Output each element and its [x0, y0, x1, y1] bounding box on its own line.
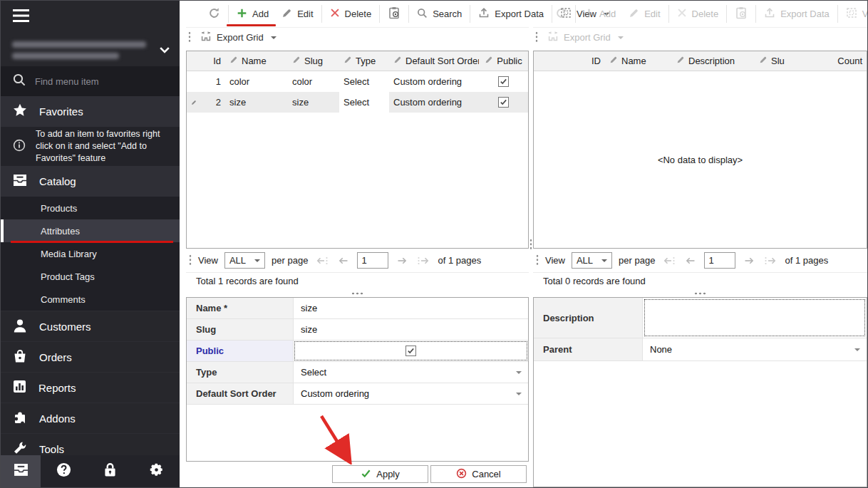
refresh-button[interactable]	[202, 3, 227, 26]
public-checkbox[interactable]	[498, 76, 509, 87]
cancel-button[interactable]: Cancel	[430, 465, 527, 483]
hamburger-button[interactable]	[1, 1, 180, 33]
next-page-button[interactable]	[742, 256, 756, 266]
public-checkbox[interactable]	[405, 346, 416, 356]
drag-handle-icon[interactable]	[536, 254, 539, 266]
redacted-account-info[interactable]	[1, 33, 180, 66]
toolbar-separator	[470, 5, 470, 23]
column-header-count[interactable]: Count	[792, 56, 867, 66]
column-header-slug[interactable]: Slu	[755, 56, 792, 66]
column-label: Description	[688, 56, 735, 66]
sidebar-item-attributes[interactable]: Attributes	[1, 219, 180, 242]
last-page-button[interactable]	[415, 256, 431, 266]
preview-button[interactable]	[381, 2, 407, 26]
sidebar-item-media-library[interactable]: Media Library	[1, 242, 180, 265]
view-dropdown-button[interactable]: View	[839, 3, 868, 25]
cell-type-editor[interactable]: Select	[339, 92, 389, 113]
delete-button[interactable]: Delete	[324, 4, 378, 24]
column-header-id[interactable]: ID	[534, 56, 605, 66]
export-data-label: Export Data	[780, 9, 830, 19]
column-header-slug[interactable]: Slug	[288, 56, 339, 66]
prev-page-button[interactable]	[336, 256, 351, 266]
name-field[interactable]: size	[294, 298, 528, 318]
export-grid-button[interactable]: Export Grid	[544, 29, 626, 46]
menu-search-input[interactable]	[35, 76, 156, 87]
first-page-button[interactable]	[314, 256, 330, 266]
apply-button[interactable]: Apply	[332, 465, 428, 483]
orders-icon	[13, 349, 27, 365]
delete-button[interactable]: Delete	[671, 4, 725, 24]
of-pages-label: of 1 pages	[785, 255, 828, 266]
public-field[interactable]	[294, 341, 528, 361]
column-header-name[interactable]: Name	[605, 56, 672, 66]
export-grid-button[interactable]: Export Grid	[197, 29, 279, 46]
drag-handle-icon[interactable]	[189, 254, 192, 266]
edit-button[interactable]: Edit	[622, 4, 666, 25]
grid-header-row: ID Name Description Slu Count	[534, 51, 867, 71]
sort-select[interactable]: Custom ordering	[294, 383, 528, 404]
cell-public	[479, 76, 528, 87]
sidebar-item-comments[interactable]: Comments	[1, 288, 180, 311]
attributes-grid: Id Name Slug Type Default Sort Order Pub…	[186, 51, 529, 249]
sidebar-item-orders[interactable]: Orders	[1, 341, 180, 372]
table-row[interactable]: 1 color color Select Custom ordering	[187, 71, 528, 92]
sidebar-item-products[interactable]: Products	[1, 197, 180, 219]
bottom-help-button[interactable]	[41, 455, 87, 487]
type-select[interactable]: Select	[294, 362, 528, 383]
preview-button[interactable]	[728, 2, 754, 26]
red-underline-annotation	[11, 241, 173, 243]
column-header-name[interactable]: Name	[225, 56, 288, 66]
attribute-values-grid: ID Name Description Slu Count <No data t…	[533, 51, 867, 249]
bottom-settings-button[interactable]	[133, 455, 180, 487]
page-number-input[interactable]	[357, 252, 388, 269]
attributes-pager: View ALL per page of 1 pages	[186, 249, 529, 273]
search-button[interactable]: Search	[410, 4, 468, 25]
column-header-public[interactable]: Public	[479, 56, 528, 66]
drag-handle-icon[interactable]	[188, 31, 191, 43]
sidebar-section-favorites[interactable]: Favorites	[1, 96, 180, 127]
description-textarea[interactable]	[644, 298, 866, 337]
cell-id: 1	[201, 76, 225, 87]
add-button[interactable]: Add	[577, 4, 622, 25]
add-button[interactable]: Add	[230, 4, 275, 25]
add-label: Add	[599, 9, 616, 19]
toolbar-separator	[668, 5, 669, 23]
parent-select[interactable]: None	[643, 338, 867, 360]
column-header-sort[interactable]: Default Sort Order	[389, 56, 479, 66]
sidebar-item-product-tags[interactable]: Product Tags	[1, 265, 180, 288]
page-size-select[interactable]: ALL	[224, 252, 265, 269]
bottom-lock-button[interactable]	[87, 455, 133, 487]
table-row-selected[interactable]: 2 size size Select Custom ordering	[187, 92, 528, 113]
view-label: View	[198, 255, 218, 266]
last-page-button[interactable]	[763, 256, 778, 266]
sidebar-item-addons[interactable]: Addons	[1, 403, 180, 433]
first-page-button[interactable]	[661, 256, 677, 266]
sidebar-section-catalog[interactable]: Catalog	[1, 166, 180, 197]
column-header-type[interactable]: Type	[339, 56, 389, 66]
cell-id: 2	[201, 97, 225, 108]
sidebar-item-reports[interactable]: Reports	[1, 372, 180, 403]
name-label: Name *	[187, 298, 294, 318]
slug-label: Slug	[187, 319, 294, 340]
edit-icon	[485, 56, 493, 66]
toolbar-separator	[575, 5, 576, 23]
page-number-input[interactable]	[704, 252, 735, 269]
sort-label: Default Sort Order	[187, 383, 294, 404]
next-page-button[interactable]	[395, 256, 409, 266]
column-header-description[interactable]: Description	[672, 56, 755, 66]
prev-page-button[interactable]	[683, 256, 698, 266]
slug-field[interactable]: size	[294, 319, 528, 340]
horizontal-splitter[interactable]	[533, 289, 867, 297]
column-header-id[interactable]: Id	[201, 56, 225, 66]
drag-handle-icon[interactable]	[535, 31, 538, 43]
edit-button[interactable]: Edit	[275, 4, 319, 25]
public-checkbox[interactable]	[498, 97, 509, 108]
sidebar-item-label: Reports	[38, 382, 76, 394]
sidebar-item-customers[interactable]: Customers	[1, 311, 180, 341]
horizontal-splitter[interactable]	[186, 289, 529, 297]
page-size-select[interactable]: ALL	[572, 252, 612, 269]
form-row-name: Name * size	[187, 298, 528, 319]
export-data-button[interactable]: Export Data	[758, 3, 836, 25]
bottom-catalog-button[interactable]	[1, 455, 41, 487]
refresh-button[interactable]	[549, 3, 574, 26]
